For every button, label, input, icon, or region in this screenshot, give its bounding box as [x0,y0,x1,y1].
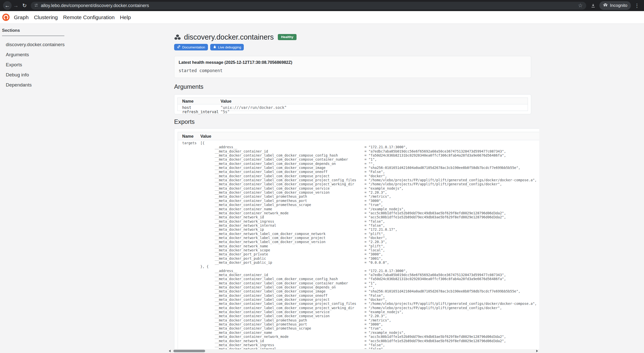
arguments-heading: Arguments [174,83,531,90]
component-cubes-icon [174,34,181,40]
argument-value: "unix:///var/run/docker.sock" [221,106,287,110]
horizontal-scrollbar[interactable] [168,349,539,353]
bookmark-star-icon[interactable]: ☆ [576,3,584,9]
browser-back-button[interactable]: ← [3,1,12,10]
sidebar-item-arguments[interactable]: Arguments [0,50,168,60]
nav-link-clustering[interactable]: Clustering [34,14,58,20]
arguments-table-header: Name Value [178,98,528,104]
documentation-button[interactable]: Documentation [174,44,208,50]
exports-heading: Exports [174,118,531,125]
exports-table-body: targets [{ __address__ = "172.21.0.17:30… [178,140,539,353]
arguments-name-column-header: Name [178,98,221,104]
app-navbar: Graph Clustering Remote Configuration He… [0,11,644,24]
nav-link-remote-configuration[interactable]: Remote Configuration [63,14,115,20]
page-header: discovery.docker.containers Healthy [174,24,531,41]
sidebar-item-exports[interactable]: Exports [0,60,168,70]
argument-value: "5s" [221,110,287,114]
browser-reload-button[interactable]: ↻ [20,1,29,10]
sections-sidebar: Sections discovery.docker.containers Arg… [0,24,168,90]
scroll-left-arrow[interactable] [169,350,171,352]
health-message-card: Latest health message (2025-12-12T17:30:… [174,56,531,78]
argument-name: refresh_interval [182,110,221,114]
horizontal-scrollbar-thumb[interactable] [173,350,205,352]
sections-divider [2,36,64,36]
exports-card: Name Value targets [{ __address__ = "172… [174,128,539,353]
argument-name: host [182,106,221,110]
browser-toolbar: ← → ↻ alloy.lebo.dev/component/discovery… [0,0,644,11]
documentation-button-label: Documentation [182,45,205,49]
bug-icon [213,45,217,49]
sections-title: Sections [2,28,168,33]
arguments-table-body: host refresh_interval "unix:///var/run/d… [178,104,528,114]
page-title: discovery.docker.containers [184,33,274,41]
site-settings-icon[interactable] [34,3,38,8]
exports-value-column-header: Value [199,132,211,140]
exports-value-pre: [{ __address__ = "172.21.0.17:3000", __m… [199,141,537,353]
arguments-value-column-header: Value [221,98,231,104]
browser-menu-icon[interactable]: ⋮ [633,3,641,9]
downloads-icon[interactable] [589,1,597,10]
app-body: Sections discovery.docker.containers Arg… [0,24,644,353]
health-message-text: started component [179,68,527,73]
link-icon [177,45,181,49]
scroll-right-arrow[interactable] [536,350,538,352]
nav-link-graph[interactable]: Graph [14,14,29,20]
live-debugging-button-label: Live debugging [218,45,241,49]
arguments-card: Name Value host refresh_interval "unix:/… [174,94,531,114]
alloy-logo-icon[interactable] [2,13,10,21]
exports-table-header: Name Value [178,132,539,140]
header-buttons: Documentation Live debugging [174,44,531,50]
address-bar[interactable]: alloy.lebo.dev/component/discovery.docke… [31,2,586,10]
incognito-label: Incognito [610,3,627,8]
health-status-badge: Healthy [278,34,297,40]
live-debugging-button[interactable]: Live debugging [210,44,244,50]
url-text[interactable]: alloy.lebo.dev/component/discovery.docke… [41,3,574,8]
exports-row-name: targets [178,141,199,353]
sidebar-item-component[interactable]: discovery.docker.containers [0,40,168,50]
incognito-icon [603,3,608,8]
health-message-label: Latest health message (2025-12-12T17:30:… [179,60,527,65]
sidebar-item-dependants[interactable]: Dependants [0,80,168,90]
exports-name-column-header: Name [178,132,199,140]
sidebar-item-debug-info[interactable]: Debug info [0,70,168,80]
browser-forward-button[interactable]: → [12,1,20,10]
incognito-badge[interactable]: Incognito [599,1,631,10]
nav-link-help[interactable]: Help [120,14,131,20]
main-panel: discovery.docker.containers Healthy Docu… [168,24,539,353]
